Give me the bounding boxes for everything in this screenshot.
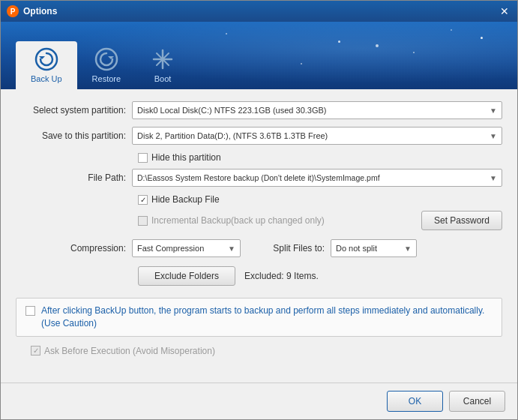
- file-path-value: D:\Eassos System Restore backup (Don't d…: [137, 173, 380, 182]
- compression-row: Compression: Fast Compression ▼ Split Fi…: [16, 239, 502, 257]
- svg-point-2: [96, 49, 117, 70]
- hide-backup-checkbox-label[interactable]: ✓ Hide Backup File: [138, 194, 220, 205]
- system-partition-label: Select system partition:: [16, 105, 132, 116]
- file-path-dropdown[interactable]: D:\Eassos System Restore backup (Don't d…: [132, 169, 502, 187]
- split-label: Split Files to:: [256, 243, 331, 254]
- footer: OK Cancel: [1, 382, 517, 419]
- tab-backup[interactable]: Back Up: [16, 41, 77, 89]
- exclude-folders-button[interactable]: Exclude Folders: [138, 266, 235, 286]
- cancel-button[interactable]: Cancel: [449, 391, 505, 412]
- hide-partition-label: Hide this partition: [151, 152, 221, 163]
- set-password-button[interactable]: Set Password: [421, 211, 502, 230]
- excluded-count: Excluded: 9 Items.: [244, 271, 319, 281]
- header: Back Up Restore: [1, 22, 517, 89]
- incremental-label: Incremental Backup(back up changed only): [151, 215, 325, 226]
- close-button[interactable]: ✕: [498, 4, 511, 18]
- backup-icon: [34, 47, 58, 71]
- compression-value: Fast Compression: [137, 244, 204, 253]
- boot-icon: [151, 47, 175, 71]
- auto-backup-label: After clicking BackUp button, the progra…: [41, 304, 493, 330]
- split-dropdown[interactable]: Do not split ▼: [331, 239, 417, 257]
- save-partition-row: Save to this partition: Disk 2, Partitio…: [16, 127, 502, 145]
- ok-button[interactable]: OK: [387, 391, 443, 412]
- system-partition-arrow: ▼: [490, 106, 497, 115]
- system-partition-value: Disk0 Local Disk(C:) NTFS 223.1GB (used …: [137, 106, 326, 115]
- hide-backup-row: ✓ Hide Backup File: [138, 194, 502, 205]
- compression-dropdown[interactable]: Fast Compression ▼: [132, 239, 241, 257]
- incremental-checkbox[interactable]: [138, 216, 148, 226]
- hide-backup-label: Hide Backup File: [151, 194, 220, 205]
- save-partition-arrow: ▼: [490, 132, 497, 140]
- hide-partition-checkbox[interactable]: [138, 153, 148, 163]
- title-bar: P Options ✕: [1, 1, 517, 22]
- window-title: Options: [23, 6, 498, 16]
- tab-restore[interactable]: Restore: [77, 41, 136, 89]
- compression-label: Compression:: [16, 243, 132, 254]
- system-partition-row: Select system partition: Disk0 Local Dis…: [16, 101, 502, 119]
- tab-group: Back Up Restore: [16, 41, 190, 89]
- exclude-row: Exclude Folders Excluded: 9 Items.: [138, 266, 502, 286]
- content-area: Select system partition: Disk0 Local Dis…: [1, 89, 517, 382]
- split-value: Do not split: [336, 244, 377, 253]
- ask-execution-row: ✓ Ask Before Execution (Avoid Misoperati…: [31, 346, 502, 356]
- file-path-arrow: ▼: [490, 174, 497, 182]
- ask-execution-checkbox[interactable]: ✓: [31, 346, 40, 356]
- tab-boot[interactable]: Boot: [136, 41, 190, 89]
- restore-icon: [94, 47, 118, 71]
- incremental-checkbox-label[interactable]: Incremental Backup(back up changed only): [138, 215, 325, 226]
- file-path-label: File Path:: [16, 172, 132, 183]
- auto-backup-checkbox[interactable]: [25, 306, 35, 316]
- save-partition-value: Disk 2, Partition Data(D:), (NTFS 3.6TB …: [137, 131, 328, 140]
- app-icon: P: [7, 5, 19, 17]
- ask-execution-label: Ask Before Execution (Avoid Misoperation…: [44, 346, 215, 356]
- hide-partition-row: Hide this partition: [138, 152, 502, 163]
- incremental-row: Incremental Backup(back up changed only)…: [138, 211, 502, 230]
- split-arrow: ▼: [404, 244, 412, 253]
- options-window: P Options ✕ Back: [0, 0, 518, 420]
- tab-boot-label: Boot: [154, 74, 172, 83]
- hide-backup-checkbox[interactable]: ✓: [138, 195, 148, 205]
- ask-execution-checkbox-label[interactable]: ✓ Ask Before Execution (Avoid Misoperati…: [31, 346, 215, 356]
- system-partition-dropdown[interactable]: Disk0 Local Disk(C:) NTFS 223.1GB (used …: [132, 101, 502, 119]
- save-partition-label: Save to this partition:: [16, 130, 132, 141]
- hide-partition-checkbox-label[interactable]: Hide this partition: [138, 152, 221, 163]
- save-partition-dropdown[interactable]: Disk 2, Partition Data(D:), (NTFS 3.6TB …: [132, 127, 502, 145]
- tab-restore-label: Restore: [92, 74, 121, 83]
- auto-backup-row: After clicking BackUp button, the progra…: [16, 298, 502, 337]
- tab-backup-label: Back Up: [31, 74, 62, 83]
- file-path-row: File Path: D:\Eassos System Restore back…: [16, 169, 502, 187]
- svg-point-0: [36, 49, 57, 70]
- compression-arrow: ▼: [228, 244, 235, 253]
